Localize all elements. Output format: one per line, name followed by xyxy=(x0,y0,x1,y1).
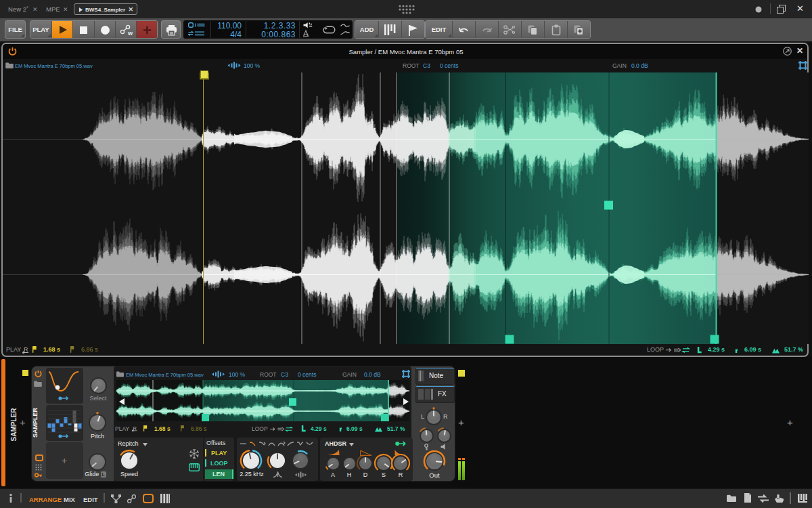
svg-text:w: w xyxy=(127,30,133,36)
svg-text:R: R xyxy=(24,346,28,353)
